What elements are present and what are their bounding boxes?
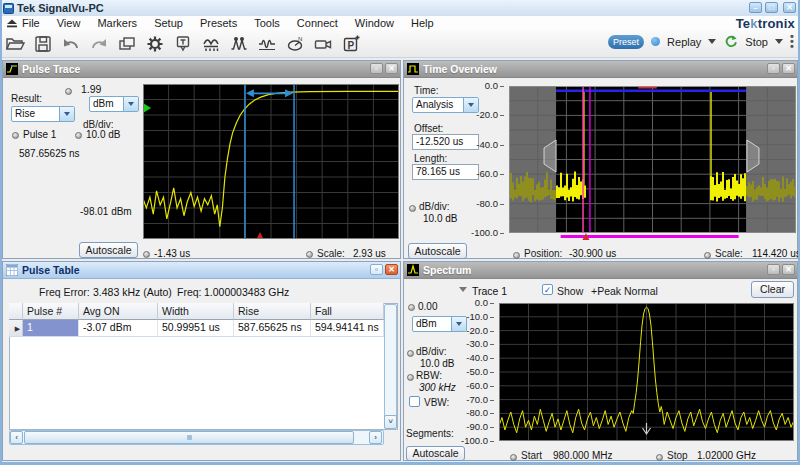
time-overview-titlebar[interactable]: Time Overview ▫✕ [404,61,797,78]
unit-combo[interactable]: dBm [89,96,139,112]
result-combo[interactable]: Rise [11,106,75,122]
x-start-anchor[interactable] [143,251,150,258]
ytick--20-0: -20.0 [466,326,494,336]
time-overview-plot[interactable] [509,86,796,240]
scale-anchor[interactable] [306,251,313,258]
autoscale-button[interactable]: Autoscale [406,446,465,461]
row-selector-arrow[interactable]: ▶ [9,320,23,336]
spectrum-plot[interactable] [499,303,794,441]
undo-icon[interactable] [60,33,81,54]
vbw-checkbox[interactable] [409,396,420,407]
panel-close-button[interactable]: ✕ [782,63,795,74]
spectrogram-icon[interactable] [200,33,221,54]
replay-dropdown-arrow[interactable] [708,39,716,44]
x-start-value: -1.43 us [154,248,190,259]
menu-item-connect[interactable]: Connect [297,17,338,30]
displays-icon[interactable] [116,33,137,54]
spectrum-titlebar[interactable]: Spectrum ▫✕ [404,262,797,279]
titlebar[interactable] [0,0,800,17]
cell-fall[interactable]: 594.94141 ns [311,320,384,336]
open-file-icon[interactable] [4,33,25,54]
pulse-trace-plot[interactable] [143,84,399,239]
start-anchor[interactable] [510,454,517,461]
rbw-anchor[interactable] [407,374,414,381]
pulse-trace-titlebar[interactable]: Pulse Trace ▫✕ [3,61,400,78]
chevron-down-icon[interactable] [123,97,138,111]
meter-icon[interactable]: N [284,33,305,54]
menu-item-markers[interactable]: Markers [97,17,137,30]
collapse-eject-icon[interactable] [6,19,18,28]
cell-avg-on[interactable]: -3.07 dBm [79,320,158,336]
ref-level-anchor[interactable] [65,88,72,95]
trace-selector[interactable]: Trace 1 [472,285,507,297]
redo-icon[interactable] [88,33,109,54]
minimize-button[interactable]: – [749,2,762,13]
marker-tag-icon[interactable] [172,33,193,54]
header-rise[interactable]: Rise [234,303,311,320]
header-width[interactable]: Width [158,303,234,320]
pulse-table-titlebar[interactable]: Pulse Table ▫✕ [3,262,400,279]
cell-pulse-number[interactable]: 1 [23,320,79,336]
more-options-icon[interactable]: ••• [790,34,794,49]
menu-item-tools[interactable]: Tools [254,17,280,30]
hscroll-thumb[interactable] [24,431,354,444]
time-waveform-icon[interactable] [256,33,277,54]
menu-item-view[interactable]: View [57,17,81,30]
pulse-anchor[interactable] [12,132,19,139]
preset-button[interactable]: Preset [608,35,644,49]
time-overview-panel-icon [407,63,419,75]
dbdiv-anchor[interactable] [409,205,416,212]
position-anchor[interactable] [513,252,520,259]
replay-button[interactable]: Replay [667,36,701,48]
clear-button[interactable]: Clear [751,281,794,298]
scale-anchor[interactable] [704,252,711,259]
save-icon[interactable] [32,33,53,54]
rbw-value: 300 kHz [419,382,456,393]
panel-minimize-button[interactable]: ▫ [370,63,383,74]
pulse-measurements-icon[interactable] [228,33,249,54]
stop-dropdown-arrow[interactable] [775,39,783,44]
scroll-down-button[interactable]: ˅ [384,415,397,429]
ytick--100-0: -100.0 [461,436,494,446]
header-pulse[interactable]: Pulse # [23,303,79,320]
panel-close-button[interactable]: ✕ [782,264,795,275]
dbdiv-value: 10.0 dB [423,213,457,224]
scroll-left-button[interactable]: ‹ [10,431,23,444]
pulse-trace-panel: Pulse Trace ▫✕ 1.99 dBm Result: Rise dB/… [2,60,401,259]
new-preset-icon[interactable]: P [340,33,361,54]
panel-close-button[interactable]: ✕ [385,264,398,275]
cell-width[interactable]: 50.99951 us [158,320,234,336]
header-fall[interactable]: Fall [311,303,384,320]
ref-level-anchor[interactable] [408,304,415,311]
menu-item-window[interactable]: Window [355,17,394,30]
maximize-button[interactable]: □ [765,2,778,13]
menu-item-file[interactable]: File [22,17,40,30]
table-vscrollbar[interactable] [384,304,397,429]
cell-rise[interactable]: 587.65625 ns [234,320,311,336]
panel-minimize-button[interactable]: ▫ [767,264,780,275]
scroll-right-button[interactable]: › [369,431,382,444]
freq-value: 1.000003483 GHz [204,286,289,298]
panel-close-button[interactable]: ✕ [385,63,398,74]
stop-anchor[interactable] [656,454,663,461]
header-avg-on[interactable]: Avg ON [79,303,158,320]
menu-item-presets[interactable]: Presets [200,17,237,30]
panel-minimize-button[interactable]: ▫ [370,264,383,275]
autoscale-button[interactable]: Autoscale [79,242,138,258]
panel-minimize-button[interactable]: ▫ [767,63,780,74]
autoscale-button[interactable]: Autoscale [408,243,467,259]
dbdiv-anchor[interactable] [75,132,82,139]
ytick--80-0: -80.0 [466,408,494,418]
menu-item-help[interactable]: Help [411,17,434,30]
camera-icon[interactable] [312,33,333,54]
dbdiv-anchor[interactable] [407,350,414,357]
table-row[interactable]: ▶ 1 -3.07 dBm 50.99951 us 587.65625 ns 5… [9,320,384,337]
rise-time-readout: 587.65625 ns [19,148,80,159]
show-checkbox[interactable]: ✓ [542,284,553,295]
menu-item-setup[interactable]: Setup [154,17,183,30]
stop-button[interactable]: Stop [745,36,768,48]
settings-gear-icon[interactable] [144,33,165,54]
chevron-down-icon[interactable] [59,107,74,121]
close-button[interactable]: ✕ [783,2,796,13]
trace-expander-icon[interactable] [459,287,467,292]
